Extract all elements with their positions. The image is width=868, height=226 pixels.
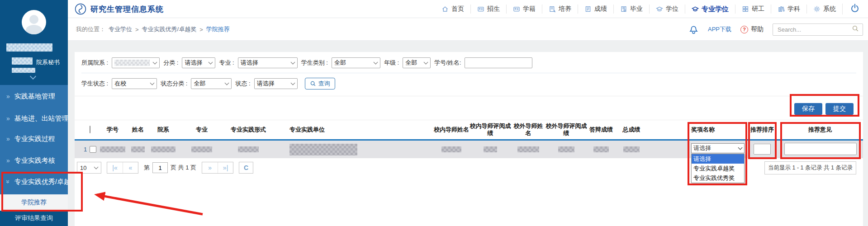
sidebar-item-practice-base[interactable]: » 实践基地管理 [0,89,68,104]
nav-system[interactable]: 系统 [806,5,842,14]
app-logo-icon [75,3,86,15]
page-size-select[interactable]: 10 [77,162,101,174]
grade-select[interactable]: 全部 [403,57,431,68]
nav-grades[interactable]: 成绩 [578,5,613,14]
chevron-down-icon [150,80,155,85]
sidebar-subitem-review-result[interactable]: 评审结果查询 [0,211,68,226]
nav-admission[interactable]: 招生 [470,5,506,14]
nav-student-status[interactable]: 学籍 [506,5,542,14]
home-icon [441,5,449,13]
page-number-input[interactable] [152,162,168,173]
practice-unit-redacted [289,144,357,155]
award-name-select[interactable]: 请选择 [691,143,745,153]
logout-button[interactable] [842,4,862,14]
help-link[interactable]: ? 帮助 [740,25,764,33]
grad-cap-icon [692,5,699,13]
doc-pen-icon [549,5,556,13]
award-options-dropdown: 请选择 专业实践卓越奖 专业实践优秀奖 [691,154,745,183]
idcard-icon [513,5,520,13]
state-category-filter-label: 状态分类 : [161,80,187,88]
breadcrumb-item[interactable]: 专业实践优秀/卓越奖 [142,25,197,33]
sidebar-item-practice-award[interactable]: » 专业实践优秀/卓越奖 [0,174,68,189]
grad-cap-icon [656,5,663,13]
category-filter-label: 分类 : [163,59,178,67]
major-redacted [191,146,212,152]
chevron-down-icon [209,60,213,64]
external-supervisor-redacted [517,146,539,152]
chevron-down-icon [424,60,428,64]
col-award-name: 奖项名称 [648,126,747,133]
first-page-button[interactable]: |« [107,162,123,173]
breadcrumb-prefix: 我的位置： [76,25,105,33]
user-info-redacted [12,68,35,73]
student-type-select[interactable]: 全部 [332,57,380,68]
select-all-checkbox[interactable] [90,126,90,133]
chevron-down-icon [94,165,99,169]
award-option[interactable]: 请选择 [692,154,744,164]
query-button[interactable]: 查询 [305,78,335,89]
award-option[interactable]: 专业实践卓越奖 [692,164,744,173]
id-name-input[interactable] [465,57,532,68]
student-state-select[interactable]: 在校 [112,78,157,89]
sidebar-item-base-inout[interactable]: » 基地进、出站管理 [0,111,68,126]
recommend-rank-input[interactable] [754,144,771,155]
sidebar: 院系秘书 » 实践基地管理 » 基地进、出站管理 » 专业实践过程 » 专业实践… [0,0,68,226]
state-select[interactable]: 请选择 [254,78,298,89]
user-name-redacted [6,43,52,52]
external-score-redacted [558,146,574,152]
row-checkbox[interactable] [90,146,96,153]
save-button[interactable]: 保存 [794,103,822,115]
profile-chevron-down-icon[interactable] [30,73,36,80]
top-nav: 首页 招生 学籍 培养 成绩 毕业 [435,0,862,18]
dept-filter-label: 所属院系 : [81,59,108,67]
breadcrumb: 我的位置： 专业学位 > 专业实践优秀/卓越奖 > 学院推荐 [76,18,230,41]
col-total-score: 总成绩 [615,126,648,133]
recommend-opinion-input[interactable] [784,143,857,155]
chevron-right-icon: » [6,93,10,100]
search-input[interactable] [777,26,849,33]
gear-icon [813,5,821,13]
student-state-filter-label: 学生状态 : [81,80,108,88]
nav-cultivation[interactable]: 培养 [542,5,578,14]
user-role-label: 院系秘书 [36,58,60,66]
col-practice-unit: 专业实践单位 [270,126,433,133]
chevron-down-icon [153,60,157,64]
sidebar-subitem-college-recommend[interactable]: 学院推荐 [0,194,68,211]
chevron-down-icon [225,80,229,85]
nav-professional-degree[interactable]: 专业学位 [685,5,735,14]
nav-degree[interactable]: 学位 [649,5,685,14]
major-select[interactable]: 请选择 [238,57,298,68]
page-label-suffix: 页 共 1 页 [171,164,196,172]
nav-home[interactable]: 首页 [435,5,470,14]
last-page-button[interactable]: »| [218,162,233,173]
submit-button[interactable]: 提交 [825,103,854,115]
app-download-link[interactable]: APP下载 [708,25,731,33]
col-defense-score: 答辩成绩 [587,126,615,133]
app-title: 研究生管理信息系统 [90,4,164,14]
filter-row-1: 所属院系 : 分类 : 请选择 专业 : 请选择 学生类别 : 全部 年级 : … [81,57,532,68]
notification-bell-icon[interactable] [688,24,699,36]
sidebar-item-practice-process[interactable]: » 专业实践过程 [0,131,68,146]
refresh-button[interactable]: C [239,162,253,173]
nav-graduate-work[interactable]: 研工 [735,5,771,14]
search-icon[interactable] [852,25,859,34]
global-search [773,24,863,36]
filter-divider [81,73,856,73]
table-header-underline [75,139,863,141]
breadcrumb-bar: 我的位置： 专业学位 > 专业实践优秀/卓越奖 > 学院推荐 APP下载 ? 帮… [68,18,868,41]
sidebar-item-practice-assessment[interactable]: » 专业实践考核 [0,153,68,168]
category-select[interactable]: 请选择 [182,57,215,68]
next-page-button[interactable]: » [202,162,218,173]
state-category-select[interactable]: 全部 [191,78,232,89]
books-icon [778,5,785,13]
user-dept-redacted [12,57,33,65]
name-redacted [131,146,145,152]
search-icon [310,80,316,87]
nav-graduation[interactable]: 毕业 [613,5,649,14]
table-header: 学号 姓名 院系 专业 专业实践形式 专业实践单位 校内导师姓名 校内导师评阅成… [75,120,863,139]
dept-select[interactable] [112,57,160,68]
breadcrumb-item[interactable]: 专业学位 [109,25,132,33]
nav-discipline[interactable]: 学科 [771,5,806,14]
award-option[interactable]: 专业实践优秀奖 [692,173,744,183]
prev-page-button[interactable]: « [123,162,138,173]
